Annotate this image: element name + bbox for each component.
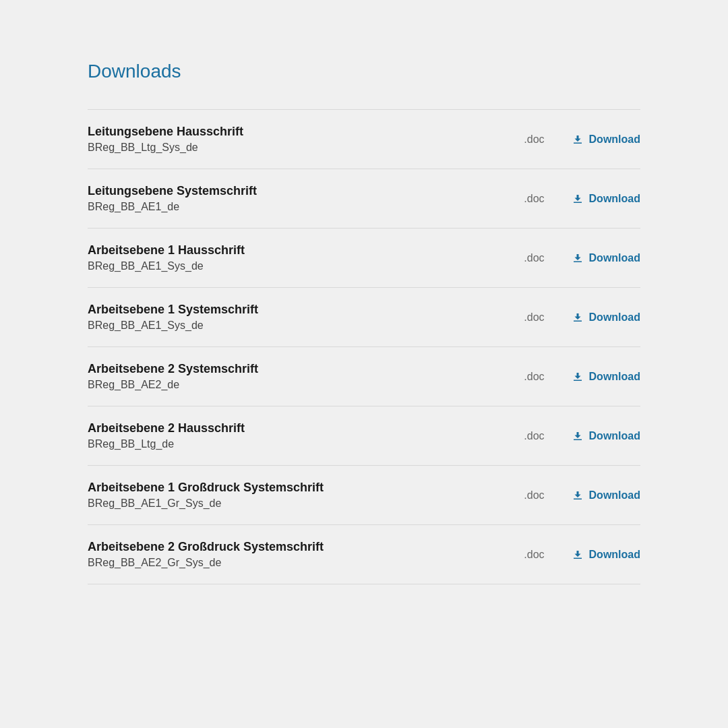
- download-label-7: Download: [589, 549, 640, 561]
- download-button-5[interactable]: Download: [572, 430, 640, 442]
- file-ext-7: .doc: [518, 549, 545, 561]
- download-button-0[interactable]: Download: [572, 133, 640, 146]
- download-filename-0: BReg_BB_Ltg_Sys_de: [88, 142, 518, 154]
- file-ext-1: .doc: [518, 193, 545, 205]
- download-item: Arbeitsebene 1 Großdruck Systemschrift B…: [88, 466, 640, 525]
- section-title: Downloads: [88, 61, 640, 82]
- download-info-0: Leitungsebene Hausschrift BReg_BB_Ltg_Sy…: [88, 125, 518, 154]
- download-label-4: Download: [589, 371, 640, 383]
- download-icon-6: [572, 489, 584, 502]
- download-right-6: .doc Download: [518, 489, 640, 502]
- download-list: Leitungsebene Hausschrift BReg_BB_Ltg_Sy…: [88, 109, 640, 584]
- download-label-3: Download: [589, 311, 640, 324]
- svg-rect-6: [574, 498, 582, 499]
- svg-rect-3: [574, 320, 582, 322]
- download-button-7[interactable]: Download: [572, 549, 640, 561]
- download-button-2[interactable]: Download: [572, 252, 640, 264]
- download-right-2: .doc Download: [518, 252, 640, 264]
- svg-rect-5: [574, 439, 582, 440]
- svg-rect-4: [574, 380, 582, 381]
- svg-rect-7: [574, 557, 582, 559]
- file-ext-5: .doc: [518, 430, 545, 442]
- download-icon-4: [572, 371, 584, 383]
- download-right-7: .doc Download: [518, 549, 640, 561]
- download-label-0: Download: [589, 133, 640, 146]
- download-right-1: .doc Download: [518, 193, 640, 205]
- download-filename-7: BReg_BB_AE2_Gr_Sys_de: [88, 557, 518, 569]
- svg-rect-2: [574, 261, 582, 262]
- download-right-3: .doc Download: [518, 311, 640, 324]
- download-info-6: Arbeitsebene 1 Großdruck Systemschrift B…: [88, 481, 518, 510]
- download-filename-3: BReg_BB_AE1_Sys_de: [88, 320, 518, 332]
- download-info-4: Arbeitsebene 2 Systemschrift BReg_BB_AE2…: [88, 362, 518, 391]
- download-button-4[interactable]: Download: [572, 371, 640, 383]
- download-info-1: Leitungsebene Systemschrift BReg_BB_AE1_…: [88, 184, 518, 213]
- download-right-5: .doc Download: [518, 430, 640, 442]
- download-filename-2: BReg_BB_AE1_Sys_de: [88, 260, 518, 272]
- download-title-0: Leitungsebene Hausschrift: [88, 125, 518, 139]
- file-ext-2: .doc: [518, 252, 545, 264]
- download-item: Arbeitsebene 2 Großdruck Systemschrift B…: [88, 525, 640, 584]
- download-filename-5: BReg_BB_Ltg_de: [88, 438, 518, 450]
- download-icon-1: [572, 193, 584, 205]
- download-item: Leitungsebene Systemschrift BReg_BB_AE1_…: [88, 169, 640, 229]
- download-filename-6: BReg_BB_AE1_Gr_Sys_de: [88, 497, 518, 510]
- download-label-6: Download: [589, 489, 640, 502]
- download-icon-0: [572, 133, 584, 146]
- download-filename-1: BReg_BB_AE1_de: [88, 201, 518, 213]
- download-item: Arbeitsebene 1 Systemschrift BReg_BB_AE1…: [88, 288, 640, 347]
- download-label-1: Download: [589, 193, 640, 205]
- download-icon-7: [572, 549, 584, 561]
- svg-rect-1: [574, 202, 582, 203]
- download-title-1: Leitungsebene Systemschrift: [88, 184, 518, 198]
- file-ext-0: .doc: [518, 133, 545, 146]
- download-info-3: Arbeitsebene 1 Systemschrift BReg_BB_AE1…: [88, 303, 518, 332]
- download-title-3: Arbeitsebene 1 Systemschrift: [88, 303, 518, 317]
- file-ext-3: .doc: [518, 311, 545, 324]
- download-button-6[interactable]: Download: [572, 489, 640, 502]
- download-button-3[interactable]: Download: [572, 311, 640, 324]
- download-filename-4: BReg_BB_AE2_de: [88, 379, 518, 391]
- main-container: Downloads Leitungsebene Hausschrift BReg…: [0, 0, 728, 645]
- svg-rect-0: [574, 142, 582, 144]
- download-title-5: Arbeitsebene 2 Hausschrift: [88, 421, 518, 435]
- file-ext-6: .doc: [518, 489, 545, 502]
- file-ext-4: .doc: [518, 371, 545, 383]
- download-label-5: Download: [589, 430, 640, 442]
- download-label-2: Download: [589, 252, 640, 264]
- download-info-5: Arbeitsebene 2 Hausschrift BReg_BB_Ltg_d…: [88, 421, 518, 450]
- download-icon-2: [572, 252, 584, 264]
- download-item: Arbeitsebene 2 Systemschrift BReg_BB_AE2…: [88, 347, 640, 406]
- download-icon-3: [572, 311, 584, 324]
- download-right-0: .doc Download: [518, 133, 640, 146]
- download-info-2: Arbeitsebene 1 Hausschrift BReg_BB_AE1_S…: [88, 243, 518, 272]
- download-title-4: Arbeitsebene 2 Systemschrift: [88, 362, 518, 376]
- download-title-6: Arbeitsebene 1 Großdruck Systemschrift: [88, 481, 518, 495]
- download-item: Arbeitsebene 1 Hausschrift BReg_BB_AE1_S…: [88, 229, 640, 288]
- download-title-2: Arbeitsebene 1 Hausschrift: [88, 243, 518, 257]
- download-title-7: Arbeitsebene 2 Großdruck Systemschrift: [88, 540, 518, 554]
- download-item: Arbeitsebene 2 Hausschrift BReg_BB_Ltg_d…: [88, 406, 640, 466]
- download-icon-5: [572, 430, 584, 442]
- download-right-4: .doc Download: [518, 371, 640, 383]
- download-button-1[interactable]: Download: [572, 193, 640, 205]
- download-info-7: Arbeitsebene 2 Großdruck Systemschrift B…: [88, 540, 518, 569]
- download-item: Leitungsebene Hausschrift BReg_BB_Ltg_Sy…: [88, 109, 640, 169]
